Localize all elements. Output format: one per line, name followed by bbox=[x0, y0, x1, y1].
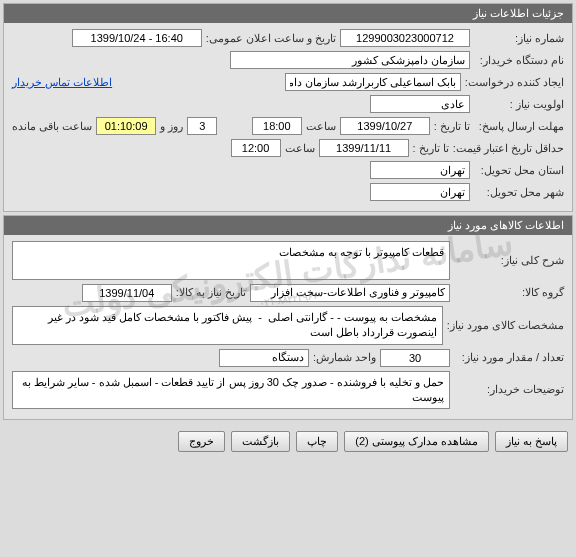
remain-label: ساعت باقی مانده bbox=[12, 120, 92, 133]
deadline-date-input[interactable] bbox=[340, 117, 430, 135]
goods-info-header: اطلاعات کالاهای مورد نیاز bbox=[4, 216, 572, 235]
group-input[interactable] bbox=[250, 284, 450, 302]
desc-textarea[interactable] bbox=[12, 241, 450, 280]
button-bar: پاسخ به نیاز مشاهده مدارک پیوستی (2) چاپ… bbox=[0, 423, 576, 460]
group-label: گروه کالا: bbox=[454, 286, 564, 299]
attachments-button[interactable]: مشاهده مدارک پیوستی (2) bbox=[344, 431, 489, 452]
creator-input[interactable] bbox=[285, 73, 460, 91]
need-details-header: جزئیات اطلاعات نیاز bbox=[4, 4, 572, 23]
min-validity-label: حداقل تاریخ اعتبار قیمت: bbox=[453, 142, 564, 155]
buyer-notes-label: توضیحات خریدار: bbox=[454, 383, 564, 396]
time-label-2: ساعت bbox=[285, 142, 315, 155]
city-label: شهر محل تحویل: bbox=[474, 186, 564, 199]
priority-label: اولویت نیاز : bbox=[474, 98, 564, 111]
deadline-time-input[interactable] bbox=[252, 117, 302, 135]
buyer-notes-textarea[interactable] bbox=[12, 371, 450, 410]
need-date-input[interactable] bbox=[82, 284, 172, 302]
contact-link[interactable]: اطلاعات تماس خریدار bbox=[12, 76, 112, 89]
announce-label: تاریخ و ساعت اعلان عمومی: bbox=[206, 32, 336, 45]
print-button[interactable]: چاپ bbox=[296, 431, 338, 452]
unit-input[interactable] bbox=[219, 349, 309, 367]
priority-input[interactable] bbox=[370, 95, 470, 113]
org-input[interactable] bbox=[230, 51, 470, 69]
qty-label: تعداد / مقدار مورد نیاز: bbox=[454, 351, 564, 364]
spec-label: مشخصات کالای مورد نیاز: bbox=[447, 319, 564, 332]
min-validity-date-input[interactable] bbox=[319, 139, 409, 157]
countdown-input bbox=[96, 117, 156, 135]
need-no-input[interactable] bbox=[340, 29, 470, 47]
exit-button[interactable]: خروج bbox=[178, 431, 225, 452]
creator-label: ایجاد کننده درخواست: bbox=[465, 76, 564, 89]
unit-label: واحد شمارش: bbox=[313, 351, 376, 364]
need-no-label: شماره نیاز: bbox=[474, 32, 564, 45]
min-validity-time-input[interactable] bbox=[231, 139, 281, 157]
qty-input[interactable] bbox=[380, 349, 450, 367]
spec-textarea[interactable] bbox=[12, 306, 443, 345]
until-label: تا تاریخ : bbox=[434, 120, 470, 133]
province-label: استان محل تحویل: bbox=[474, 164, 564, 177]
time-label-1: ساعت bbox=[306, 120, 336, 133]
respond-button[interactable]: پاسخ به نیاز bbox=[495, 431, 568, 452]
days-label: روز و bbox=[160, 120, 183, 133]
need-date-label: تاریخ نیاز به کالا: bbox=[176, 286, 246, 299]
deadline-label: مهلت ارسال پاسخ: bbox=[474, 120, 564, 133]
org-label: نام دستگاه خریدار: bbox=[474, 54, 564, 67]
province-input[interactable] bbox=[370, 161, 470, 179]
back-button[interactable]: بازگشت bbox=[231, 431, 290, 452]
goods-info-panel: اطلاعات کالاهای مورد نیاز شرح کلی نیاز: … bbox=[3, 215, 573, 420]
need-details-panel: جزئیات اطلاعات نیاز شماره نیاز: تاریخ و … bbox=[3, 3, 573, 212]
until-label-2: تا تاریخ : bbox=[413, 142, 449, 155]
days-input[interactable] bbox=[187, 117, 217, 135]
city-input[interactable] bbox=[370, 183, 470, 201]
announce-input[interactable] bbox=[72, 29, 202, 47]
desc-label: شرح کلی نیاز: bbox=[454, 254, 564, 267]
